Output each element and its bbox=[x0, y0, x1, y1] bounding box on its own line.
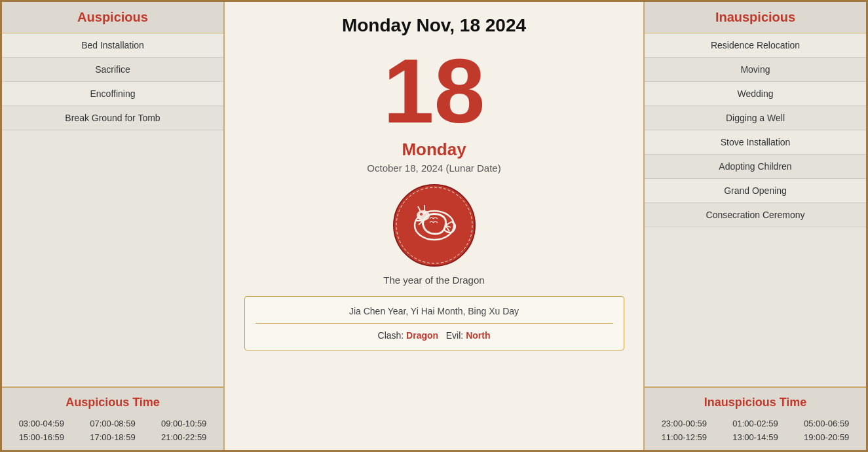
inauspicious-time-item: 11:00-12:59 bbox=[650, 432, 719, 442]
clash-label: Clash: bbox=[378, 330, 404, 341]
left-panel: Auspicious Bed Installation Sacrifice En… bbox=[2, 2, 225, 450]
main-date-title: Monday Nov, 18 2024 bbox=[342, 15, 526, 36]
auspicious-section: Auspicious Bed Installation Sacrifice En… bbox=[2, 2, 223, 386]
zodiac-label: The year of the Dragon bbox=[383, 274, 484, 286]
lunar-date-text: October 18, 2024 bbox=[367, 162, 443, 174]
inauspicious-time-item: 23:00-00:59 bbox=[650, 419, 719, 428]
list-item: Wedding bbox=[645, 82, 866, 106]
inauspicious-time-section: Inauspicious Time 23:00-00:59 01:00-02:5… bbox=[645, 386, 866, 450]
auspicious-list: Bed Installation Sacrifice Encoffining B… bbox=[2, 33, 223, 130]
inauspicious-time-item: 01:00-02:59 bbox=[721, 419, 790, 428]
list-item: Break Ground for Tomb bbox=[2, 106, 223, 130]
evil-direction: North bbox=[466, 330, 490, 341]
list-item: Consecration Ceremony bbox=[645, 203, 866, 227]
list-item: Adopting Children bbox=[645, 155, 866, 179]
day-name: Monday bbox=[402, 140, 466, 160]
auspicious-time-item: 09:00-10:59 bbox=[149, 419, 218, 428]
inauspicious-header: Inauspicious bbox=[645, 2, 866, 33]
day-number: 18 bbox=[383, 45, 485, 137]
info-box: Jia Chen Year, Yi Hai Month, Bing Xu Day… bbox=[244, 296, 624, 350]
list-item: Digging a Well bbox=[645, 106, 866, 130]
inauspicious-section: Inauspicious Residence Relocation Moving… bbox=[645, 2, 866, 386]
clash-animal: Dragon bbox=[406, 330, 438, 341]
lunar-date-label: (Lunar Date) bbox=[445, 162, 500, 174]
auspicious-time-item: 21:00-22:59 bbox=[149, 432, 218, 442]
center-panel: Monday Nov, 18 2024 18 Monday October 18… bbox=[225, 2, 643, 450]
inauspicious-time-item: 13:00-14:59 bbox=[721, 432, 790, 442]
list-item: Moving bbox=[645, 58, 866, 82]
svg-point-4 bbox=[420, 213, 423, 216]
right-panel: Inauspicious Residence Relocation Moving… bbox=[643, 2, 866, 450]
info-line1: Jia Chen Year, Yi Hai Month, Bing Xu Day bbox=[255, 306, 613, 324]
list-item: Sacrifice bbox=[2, 58, 223, 82]
list-item: Encoffining bbox=[2, 82, 223, 106]
auspicious-time-section: Auspicious Time 03:00-04:59 07:00-08:59 … bbox=[2, 386, 223, 450]
dragon-zodiac-icon bbox=[392, 183, 477, 268]
auspicious-header: Auspicious bbox=[2, 2, 223, 33]
evil-label: Evil: bbox=[446, 330, 463, 341]
list-item: Grand Opening bbox=[645, 179, 866, 203]
auspicious-time-item: 03:00-04:59 bbox=[7, 419, 76, 428]
list-item: Stove Installation bbox=[645, 130, 866, 155]
auspicious-time-grid: 03:00-04:59 07:00-08:59 09:00-10:59 15:0… bbox=[7, 419, 218, 442]
inauspicious-time-header: Inauspicious Time bbox=[650, 396, 861, 409]
list-item: Bed Installation bbox=[2, 33, 223, 58]
inauspicious-time-item: 19:00-20:59 bbox=[792, 432, 861, 442]
auspicious-time-item: 17:00-18:59 bbox=[79, 432, 147, 442]
auspicious-time-item: 15:00-16:59 bbox=[7, 432, 76, 442]
list-item: Residence Relocation bbox=[645, 33, 866, 58]
info-line2: Clash: Dragon Evil: North bbox=[255, 330, 613, 341]
inauspicious-list: Residence Relocation Moving Wedding Digg… bbox=[645, 33, 866, 227]
auspicious-time-item: 07:00-08:59 bbox=[79, 419, 147, 428]
inauspicious-time-grid: 23:00-00:59 01:00-02:59 05:00-06:59 11:0… bbox=[650, 419, 861, 442]
auspicious-time-header: Auspicious Time bbox=[7, 396, 218, 409]
inauspicious-time-item: 05:00-06:59 bbox=[792, 419, 861, 428]
svg-point-1 bbox=[398, 189, 470, 261]
lunar-date: October 18, 2024 (Lunar Date) bbox=[367, 162, 500, 174]
